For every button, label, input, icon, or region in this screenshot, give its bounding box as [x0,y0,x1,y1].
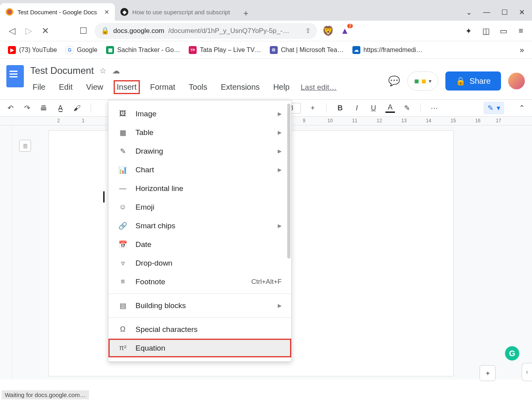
comments-icon[interactable]: 💬 [388,75,400,87]
brave-rewards-icon[interactable]: ▲2 [339,25,350,37]
favicon-icon: ◆ [120,8,128,16]
paint-format-icon[interactable]: 🖌 [72,104,82,112]
menu-view[interactable]: View [84,81,106,93]
lock-icon: 🔒 [101,27,109,35]
insert-menu-emoji[interactable]: ☺Emoji [108,198,291,216]
chevron-down-icon: ▾ [497,104,500,112]
bookmarks-overflow-icon[interactable]: » [520,45,524,54]
menu-item-label: Footnote [135,278,165,286]
bold-icon[interactable]: B [335,104,345,112]
teams-icon: ⛭ [270,46,278,54]
insert-menu-smart-chips[interactable]: 🔗Smart chips▶ [108,216,291,235]
back-icon[interactable]: ◁ [6,25,17,37]
menu-item-label: Emoji [135,203,155,212]
more-icon[interactable]: ⋯ [429,104,439,112]
star-icon[interactable]: ☆ [99,66,106,75]
docs-logo-icon[interactable] [6,65,24,87]
menu-edit[interactable]: Edit [56,81,75,93]
lock-icon: 🔒 [456,76,466,86]
font-size-inc-icon[interactable]: + [308,104,317,112]
insert-menu-date[interactable]: 📅Date [108,235,291,254]
bookmark-item[interactable]: GGoogle [66,46,97,54]
meet-button[interactable]: ■■ ▾ [407,71,438,91]
menu-item-label: Chart [135,166,154,174]
share-label: Share [470,77,491,86]
highlight-icon[interactable]: ✎ [402,104,412,112]
insert-menu-table[interactable]: ▦Table▶ [108,123,291,142]
url-path: /document/d/1hP_y_UsnQ7YoPy-5p_-… [168,27,290,35]
chevron-down-icon: ▾ [429,78,431,84]
brave-shield-icon[interactable]: 🦁 [323,25,334,37]
bookmark-item[interactable]: ▦Sachin Tracker - Go… [106,46,180,54]
wallet-icon[interactable]: ▭ [499,26,508,36]
new-tab-button[interactable]: + [239,6,253,21]
emoji-icon: ☺ [118,203,128,211]
maximize-icon[interactable]: ☐ [501,8,508,17]
menu-insert[interactable]: Insert [114,81,139,93]
browser-tab-active[interactable]: Test Document - Google Docs ✕ [0,3,115,21]
menu-help[interactable]: Help [271,81,292,93]
insert-menu-horizontal-line[interactable]: —Horizontal line [108,179,291,198]
horizontal-line-icon: — [118,184,128,193]
drop-down-icon: ▿ [118,259,128,268]
redo-icon[interactable]: ↷ [22,104,32,112]
pencil-icon: ✎ [488,104,493,112]
close-window-icon[interactable]: ✕ [519,8,525,17]
menu-scrollbar[interactable] [287,104,290,258]
menu-item-label: Table [135,128,153,137]
close-icon[interactable]: ✕ [101,8,109,16]
bookmark-item[interactable]: TPTata Play – Live TV… [189,46,261,54]
bookmark-item[interactable]: ⛭Chat | Microsoft Tea… [270,46,344,54]
menu-item-label: Drop-down [135,259,172,268]
text-color-icon[interactable]: A [385,103,395,113]
menu-icon[interactable]: ≡ [516,26,526,36]
side-panel-toggle[interactable]: ‹ [522,363,532,381]
smart-chips-icon: 🔗 [118,222,128,230]
extensions-icon[interactable]: ✦ [464,26,473,36]
stop-icon[interactable]: ✕ [40,25,51,37]
insert-menu-image[interactable]: 🖼Image▶ [108,104,291,123]
share-url-icon[interactable]: ⇪ [305,27,311,35]
explore-button[interactable]: ✦ [480,365,495,381]
underline-icon[interactable]: U [369,104,378,112]
chevron-down-icon[interactable]: ⌄ [466,8,472,17]
share-button[interactable]: 🔒 Share [445,71,501,91]
minimize-icon[interactable]: — [483,8,490,17]
insert-menu-footnote[interactable]: ≡FootnoteCtrl+Alt+F [108,272,291,291]
menu-item-label: Smart chips [135,222,175,230]
undo-icon[interactable]: ↶ [6,104,15,112]
document-title[interactable]: Test Document [30,65,94,76]
insert-menu-special-characters[interactable]: ΩSpecial characters [108,320,291,339]
insert-menu-chart[interactable]: 📊Chart▶ [108,160,291,179]
table-icon: ▦ [118,128,128,137]
menu-item-label: Date [135,240,151,249]
editing-mode-button[interactable]: ✎▾ [484,102,504,114]
insert-menu-building-blocks[interactable]: ▤Building blocks▶ [108,296,291,315]
sidebar-icon[interactable]: ◫ [481,26,491,36]
last-edit-link[interactable]: Last edit… [301,83,337,92]
bookmark-icon[interactable]: ☐ [78,25,89,37]
print-icon[interactable]: 🖶 [39,104,48,112]
address-bar[interactable]: 🔒 docs.google.com /document/d/1hP_y_UsnQ… [95,23,317,39]
meet-icon2: ■ [422,77,426,86]
bookmark-item[interactable]: ▶(73) YouTube [8,46,57,54]
cloud-saved-icon[interactable]: ☁ [112,66,120,75]
favicon-icon [6,8,14,16]
browser-tab-inactive[interactable]: ◆ How to use superscript and subscript [115,3,236,21]
vertical-ruler[interactable] [0,125,12,380]
menu-format[interactable]: Format [148,81,178,93]
document-outline-button[interactable]: ≣ [19,140,31,152]
grammarly-icon[interactable]: G [505,346,519,361]
equation-icon: π² [118,344,128,352]
account-avatar[interactable] [508,73,525,89]
menu-tools[interactable]: Tools [186,81,210,93]
menu-file[interactable]: File [30,81,48,93]
insert-menu-drop-down[interactable]: ▿Drop-down [108,254,291,272]
menu-extensions[interactable]: Extensions [219,81,262,93]
bookmark-item[interactable]: ☁https://framedmedi… [352,46,423,54]
insert-menu-equation[interactable]: π²Equation [108,339,291,357]
italic-icon[interactable]: I [352,104,362,112]
spellcheck-icon[interactable]: A̲ [56,104,65,112]
collapse-toolbar-icon[interactable]: ⌃ [517,104,526,112]
insert-menu-drawing[interactable]: ✎Drawing▶ [108,142,291,160]
